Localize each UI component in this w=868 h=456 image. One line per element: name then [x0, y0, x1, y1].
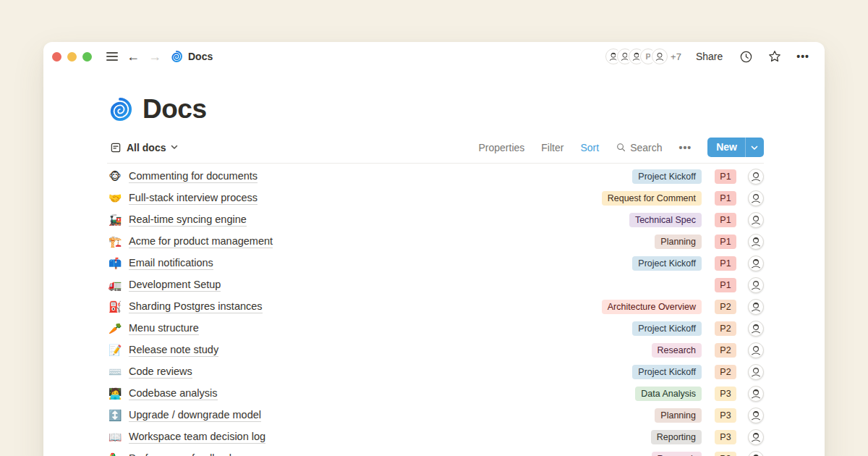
doc-type-tag: Project Kickoff [632, 321, 702, 336]
sidebar-menu-button[interactable] [102, 49, 122, 64]
share-button[interactable]: Share [692, 48, 727, 65]
document-list-icon [110, 142, 122, 153]
app-window: ← → Docs P +7 Shar [43, 42, 825, 456]
doc-type-tag: Reporting [651, 430, 702, 444]
doc-row[interactable]: 📫 Email notifications Project Kickoff P1 [107, 253, 764, 274]
doc-row[interactable]: 🐵 Commenting for documents Project Kicko… [107, 166, 764, 187]
doc-list: 🐵 Commenting for documents Project Kicko… [107, 166, 764, 456]
collaborator-face-avatar [652, 48, 668, 64]
owner-avatar [748, 364, 764, 380]
toolbar-more-button[interactable]: ••• [678, 140, 692, 155]
owner-avatar [748, 408, 764, 423]
doc-title-link[interactable]: Full-stack interview process [129, 192, 258, 205]
priority-badge: P3 [715, 452, 736, 456]
doc-type-tag: Research [652, 343, 702, 358]
doc-title-link[interactable]: Commenting for documents [129, 170, 258, 183]
owner-avatar [748, 256, 764, 271]
owner-avatar [748, 277, 764, 293]
doc-type-tag: Request for Comment [602, 191, 702, 206]
owner-avatar [748, 212, 764, 228]
doc-row[interactable]: 🧑‍💻 Codebase analysis Data Analysis P3 [107, 383, 764, 405]
mailbox-icon: 📫 [107, 258, 123, 269]
doc-type-tag: Architecture Overview [602, 300, 702, 314]
doc-row[interactable]: 🤝 Full-stack interview process Request f… [107, 187, 764, 209]
new-options-toggle[interactable] [746, 142, 764, 153]
search-button[interactable]: Search [615, 140, 663, 155]
more-options-button[interactable]: ••• [794, 48, 812, 64]
docs-logo-icon [107, 96, 133, 122]
titlebar: ← → Docs P +7 Shar [43, 42, 825, 71]
priority-badge: P2 [715, 300, 736, 314]
crane-icon: 🏗️ [107, 237, 123, 248]
keyboard-icon: ⌨️ [107, 367, 123, 378]
collaborator-avatars[interactable]: P [605, 48, 668, 64]
doc-title-link[interactable]: Codebase analysis [129, 387, 218, 400]
doc-row[interactable]: 📝 Release note study Research P2 [107, 339, 764, 361]
star-icon [767, 49, 782, 64]
close-window-button[interactable] [52, 52, 61, 62]
doc-type-tag: Planning [655, 408, 702, 423]
doc-type-tag: Project Kickoff [632, 169, 702, 184]
back-button[interactable]: ← [122, 47, 144, 66]
properties-button[interactable]: Properties [478, 140, 526, 155]
sort-button[interactable]: Sort [579, 140, 600, 155]
filter-button[interactable]: Filter [540, 140, 564, 155]
toolbar-divider [107, 163, 764, 164]
chevron-down-icon [171, 145, 178, 150]
doc-title-link[interactable]: Development Setup [129, 279, 221, 292]
doc-row[interactable]: 🦜 Performance feedback Research P3 [107, 448, 764, 456]
owner-avatar [748, 386, 764, 402]
owner-avatar [748, 299, 764, 315]
doc-row[interactable]: 📖 Workspace team decision log Reporting … [107, 426, 764, 448]
doc-title-link[interactable]: Real-time syncing engine [129, 214, 247, 227]
doc-type-tag: Planning [655, 235, 702, 249]
doc-row[interactable]: 🏗️ Acme for product management Planning … [107, 231, 764, 253]
fuel-pump-icon: ⛽ [107, 302, 123, 313]
search-icon [616, 142, 626, 153]
zoom-window-button[interactable] [82, 52, 92, 62]
locomotive-icon: 🚂 [107, 215, 123, 226]
doc-title-link[interactable]: Code reviews [129, 366, 192, 379]
owner-avatar [748, 169, 764, 185]
doc-row[interactable]: 🥕 Menu structure Project Kickoff P2 [107, 318, 764, 339]
handshake-icon: 🤝 [107, 193, 123, 204]
owner-avatar [748, 429, 764, 445]
view-selector[interactable]: All docs [107, 140, 181, 156]
doc-row[interactable]: 🚛 Development Setup P1 [107, 274, 764, 296]
collaborator-overflow-count: +7 [671, 51, 681, 62]
doc-title-link[interactable]: Release note study [129, 344, 218, 357]
favorite-button[interactable] [765, 47, 784, 66]
doc-title-link[interactable]: Menu structure [129, 322, 199, 335]
new-doc-button[interactable]: New [707, 138, 764, 157]
priority-badge: P3 [715, 387, 736, 401]
doc-row[interactable]: ↕️ Upgrade / downgrade model Planning P3 [107, 405, 764, 426]
doc-title-link[interactable]: Sharding Postgres instances [129, 300, 263, 313]
minimize-window-button[interactable] [67, 52, 77, 62]
doc-title-link[interactable]: Performance feedback [129, 452, 234, 456]
breadcrumb[interactable]: Docs [170, 50, 213, 63]
carrot-icon: 🥕 [107, 324, 123, 334]
owner-avatar [748, 234, 764, 250]
forward-button[interactable]: → [144, 47, 166, 66]
doc-title-link[interactable]: Workspace team decision log [129, 431, 265, 444]
doc-title-link[interactable]: Email notifications [129, 257, 213, 270]
priority-badge: P3 [715, 408, 736, 423]
up-down-arrow-icon: ↕️ [107, 410, 123, 421]
docs-logo-icon [170, 50, 183, 63]
priority-badge: P1 [715, 213, 736, 227]
doc-row[interactable]: 🚂 Real-time syncing engine Technical Spe… [107, 209, 764, 231]
clock-icon [739, 50, 753, 64]
view-label: All docs [127, 142, 166, 153]
doc-title-link[interactable]: Acme for product management [129, 235, 273, 248]
hamburger-icon [106, 52, 118, 61]
priority-badge: P2 [715, 321, 736, 336]
doc-row[interactable]: ⛽ Sharding Postgres instances Architectu… [107, 296, 764, 318]
toolbar: Properties Filter Sort Search ••• New [478, 138, 765, 157]
history-button[interactable] [737, 48, 755, 66]
doc-row[interactable]: ⌨️ Code reviews Project Kickoff P2 [107, 361, 764, 383]
doc-title-link[interactable]: Upgrade / downgrade model [129, 409, 261, 422]
doc-type-tag: Project Kickoff [632, 256, 702, 271]
memo-icon: 📝 [107, 345, 123, 356]
truck-icon: 🚛 [107, 280, 123, 291]
priority-badge: P2 [715, 365, 736, 379]
